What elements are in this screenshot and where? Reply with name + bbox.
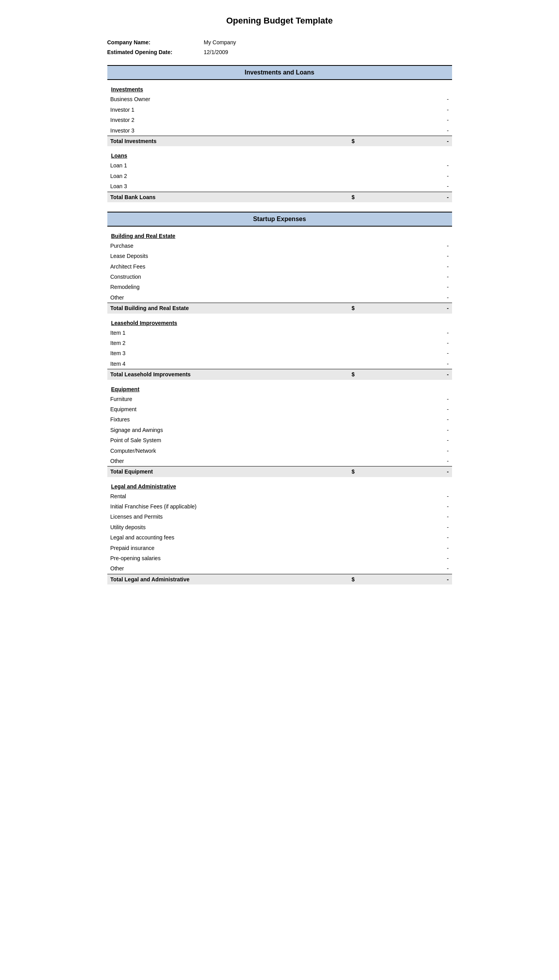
table-row: Investor 1 - [107, 105, 452, 115]
total-loans-value: - [383, 192, 452, 202]
investments-loans-header: Investments and Loans [107, 65, 452, 80]
table-row: Remodeling - [107, 282, 452, 292]
row-label: Item 2 [107, 338, 349, 348]
row-dollar [349, 328, 383, 338]
loans-subtitle: Loans [107, 152, 452, 159]
row-value: - [383, 171, 452, 181]
loans-table: Loan 1 - Loan 2 - Loan 3 - Total Bank Lo… [107, 160, 452, 202]
total-leasehold-dollar: $ [349, 369, 383, 380]
row-dollar [349, 553, 383, 563]
row-value: - [383, 522, 452, 532]
table-row: Purchase - [107, 241, 452, 251]
row-value: - [383, 394, 452, 404]
row-label: Loan 2 [107, 171, 349, 181]
row-dollar [349, 272, 383, 282]
row-dollar [349, 543, 383, 553]
total-building-dollar: $ [349, 303, 383, 314]
row-label: Prepaid insurance [107, 543, 349, 553]
total-building-row: Total Building and Real Estate $ - [107, 303, 452, 314]
row-value: - [383, 501, 452, 512]
row-value: - [383, 328, 452, 338]
table-row: Architect Fees - [107, 261, 452, 272]
total-legal-dollar: $ [349, 574, 383, 584]
table-row: Item 1 - [107, 328, 452, 338]
row-label: Signage and Awnings [107, 425, 349, 435]
row-dollar [349, 512, 383, 522]
total-equipment-value: - [383, 466, 452, 477]
row-dollar [349, 425, 383, 435]
row-label: Item 4 [107, 359, 349, 369]
table-row: Signage and Awnings - [107, 425, 452, 435]
table-row: Fixtures - [107, 414, 452, 425]
table-row: Investor 2 - [107, 115, 452, 125]
row-dollar [349, 181, 383, 192]
company-header: Company Name: Estimated Opening Date: My… [107, 38, 452, 57]
row-label: Utility deposits [107, 522, 349, 532]
row-dollar [349, 532, 383, 543]
total-leasehold-row: Total Leasehold Improvements $ - [107, 369, 452, 380]
total-loans-label: Total Bank Loans [107, 192, 349, 202]
row-dollar [349, 446, 383, 456]
row-value: - [383, 425, 452, 435]
startup-expenses-section: Startup Expenses Building and Real Estat… [107, 212, 452, 584]
row-value: - [383, 532, 452, 543]
total-building-label: Total Building and Real Estate [107, 303, 349, 314]
total-legal-label: Total Legal and Administrative [107, 574, 349, 584]
row-label: Investor 1 [107, 105, 349, 115]
table-row: Computer/Network - [107, 446, 452, 456]
row-dollar [349, 563, 383, 574]
row-value: - [383, 261, 452, 272]
row-label: Pre-opening salaries [107, 553, 349, 563]
row-label: Lease Deposits [107, 251, 349, 261]
startup-expenses-header: Startup Expenses [107, 212, 452, 227]
row-label: Business Owner [107, 94, 349, 104]
row-dollar [349, 125, 383, 136]
row-label: Computer/Network [107, 446, 349, 456]
row-value: - [383, 338, 452, 348]
building-subtitle: Building and Real Estate [107, 233, 452, 239]
row-value: - [383, 272, 452, 282]
total-equipment-dollar: $ [349, 466, 383, 477]
row-dollar [349, 241, 383, 251]
total-loans-dollar: $ [349, 192, 383, 202]
row-dollar [349, 338, 383, 348]
page-title: Opening Budget Template [107, 16, 452, 26]
row-dollar [349, 160, 383, 171]
row-label: Investor 2 [107, 115, 349, 125]
leasehold-table: Item 1 - Item 2 - Item 3 - Item 4 - Tota… [107, 328, 452, 380]
total-investments-value: - [383, 136, 452, 146]
row-value: - [383, 94, 452, 104]
row-value: - [383, 563, 452, 574]
company-name-label: Company Name: [107, 38, 172, 47]
row-dollar [349, 501, 383, 512]
row-dollar [349, 261, 383, 272]
row-value: - [383, 181, 452, 192]
row-dollar [349, 404, 383, 414]
row-label: Equipment [107, 404, 349, 414]
row-dollar [349, 435, 383, 445]
table-row: Other - [107, 292, 452, 303]
row-value: - [383, 414, 452, 425]
row-value: - [383, 292, 452, 303]
table-row: Rental - [107, 491, 452, 501]
table-row: Licenses and Permits - [107, 512, 452, 522]
row-dollar [349, 456, 383, 466]
row-dollar [349, 394, 383, 404]
row-value: - [383, 348, 452, 358]
investments-table: Business Owner - Investor 1 - Investor 2… [107, 94, 452, 146]
legal-subtitle: Legal and Administrative [107, 483, 452, 490]
row-label: Legal and accounting fees [107, 532, 349, 543]
row-label: Other [107, 292, 349, 303]
row-dollar [349, 282, 383, 292]
row-value: - [383, 491, 452, 501]
leasehold-subtitle: Leasehold Improvements [107, 320, 452, 326]
row-label: Rental [107, 491, 349, 501]
row-dollar [349, 94, 383, 104]
row-value: - [383, 282, 452, 292]
total-loans-row: Total Bank Loans $ - [107, 192, 452, 202]
row-dollar [349, 414, 383, 425]
table-row: Loan 3 - [107, 181, 452, 192]
row-value: - [383, 125, 452, 136]
equipment-subtitle: Equipment [107, 386, 452, 392]
total-equipment-row: Total Equipment $ - [107, 466, 452, 477]
